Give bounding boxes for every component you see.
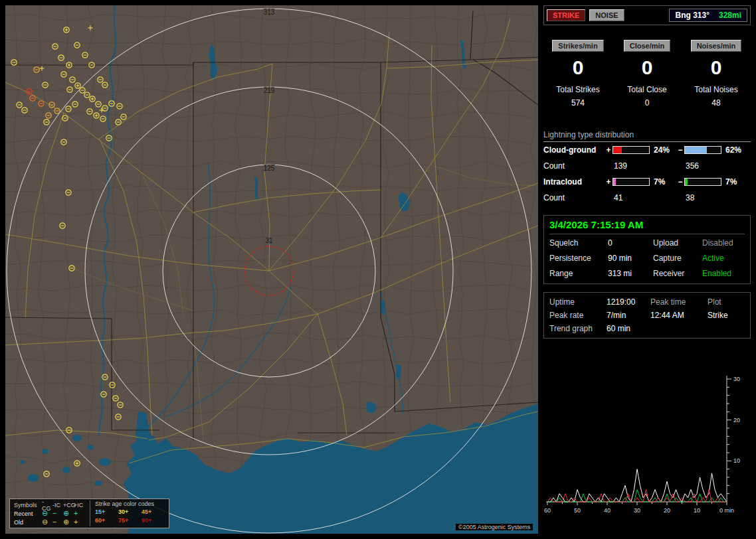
recent-pos-cg-symbol: ⊕ xyxy=(63,510,74,517)
distribution-title: Lightning type distribution xyxy=(543,130,751,142)
cg-neg-gauge xyxy=(684,146,721,154)
ic-neg-count: 38 xyxy=(674,193,745,202)
legend-row-label: Recent xyxy=(14,510,42,517)
uptime-value: 1219:00 xyxy=(607,297,650,307)
status-row: Squelch 0 Upload Disabled xyxy=(549,236,745,250)
recent-neg-cg-symbol: ⊖ xyxy=(42,510,52,517)
svg-text:20: 20 xyxy=(664,507,670,514)
status-box: 3/4/2026 7:15:19 AM Squelch 0 Upload Dis… xyxy=(543,215,751,284)
totals-row: Total Strikes 574 Total Close 0 Total No… xyxy=(543,85,751,108)
minus-sign: − xyxy=(676,177,684,187)
recent-pos-ic-symbol: + xyxy=(74,510,84,517)
age-code-60: 60+ xyxy=(95,517,118,524)
svg-text:10: 10 xyxy=(694,507,700,514)
svg-text:30: 30 xyxy=(733,376,740,382)
legend-row-label: Old xyxy=(14,519,42,526)
legend-header-symbols: Symbols xyxy=(14,502,42,508)
status-row: Persistence 90 min Capture Active xyxy=(549,251,745,265)
total-noises-value: 48 xyxy=(682,98,751,108)
rate-counters: Strikes/min 0 Close/min 0 Noises/min 0 xyxy=(543,40,751,78)
radar-map-svg: 313 219 125 31 xyxy=(5,5,538,534)
ic-pos-percent: 7% xyxy=(651,177,676,187)
old-pos-cg-symbol: ⊕ xyxy=(63,518,74,526)
squelch-value: 0 xyxy=(608,238,653,248)
receiver-label: Receiver xyxy=(653,269,702,278)
peak-rate-label: Peak rate xyxy=(549,311,607,320)
svg-text:20: 20 xyxy=(733,417,740,424)
range-value: 313 mi xyxy=(608,269,653,278)
legend-age-codes: Strike age color codes 15+ 30+ 45+ 60+ 7… xyxy=(90,501,165,526)
total-strikes-value: 574 xyxy=(543,98,613,108)
age-code-75: 75+ xyxy=(118,517,142,524)
cg-pos-gauge xyxy=(613,146,650,154)
svg-text:60: 60 xyxy=(544,507,551,514)
status-row: Range 313 mi Receiver Enabled xyxy=(549,266,745,280)
ic-neg-percent: 7% xyxy=(723,177,745,187)
strikes-per-min-button[interactable]: Strikes/min xyxy=(552,40,603,52)
cg-pos-count: 139 xyxy=(605,161,674,171)
svg-text:10: 10 xyxy=(733,457,740,464)
noise-mode-button[interactable]: NOISE xyxy=(589,9,624,21)
receiver-value: Enabled xyxy=(702,269,751,278)
age-code-30: 30+ xyxy=(118,508,142,515)
strike-mode-button[interactable]: STRIKE xyxy=(547,9,585,21)
legend-header-pos-cg: +CG xyxy=(63,502,74,508)
ring-label-219: 219 xyxy=(264,87,275,94)
ring-label-125: 125 xyxy=(264,165,275,172)
old-neg-ic-symbol: − xyxy=(52,518,63,526)
mode-toolbar: STRIKE NOISE Bng 313°328mi xyxy=(543,5,751,25)
svg-text:0 min: 0 min xyxy=(719,507,734,514)
intracloud-row: Intracloud + 7% − 7% xyxy=(543,174,751,190)
old-pos-ic-symbol: + xyxy=(74,518,84,526)
ic-pos-gauge xyxy=(613,178,650,186)
map-view[interactable]: 313 219 125 31 Symbols -CG -IC +CG +IC R… xyxy=(5,5,538,534)
peak-time-value: 12:44 AM xyxy=(650,311,708,320)
age-code-15: 15+ xyxy=(95,508,118,515)
plot-value: Strike xyxy=(708,311,747,320)
uptime-label: Uptime xyxy=(549,297,607,307)
cloud-ground-count-row: Count 139 356 xyxy=(543,158,751,174)
datetime-display: 3/4/2026 7:15:19 AM xyxy=(549,219,745,234)
noises-per-min-button[interactable]: Noises/min xyxy=(691,40,742,52)
stats-row: Uptime 1219:00 Peak time Plot xyxy=(549,295,745,309)
capture-label: Capture xyxy=(653,254,702,263)
count-label: Count xyxy=(543,193,605,202)
intracloud-count-row: Count 41 38 xyxy=(543,190,751,206)
age-code-90: 90+ xyxy=(142,517,165,524)
peak-time-label: Peak time xyxy=(650,297,708,307)
bearing-value: Bng 313° xyxy=(675,11,709,20)
count-label: Count xyxy=(543,161,605,171)
svg-text:40: 40 xyxy=(604,507,611,514)
cg-pos-percent: 24% xyxy=(651,145,676,155)
stats-row: Peak rate 7/min 12:44 AM Strike xyxy=(549,309,745,322)
close-per-min-value: 0 xyxy=(613,57,682,78)
range-label: Range xyxy=(549,269,608,278)
cloud-ground-row: Cloud-ground + 24% − 62% xyxy=(543,142,751,158)
age-codes-title: Strike age color codes xyxy=(95,501,165,507)
peak-rate-value: 7/min xyxy=(607,311,650,320)
side-panel: STRIKE NOISE Bng 313°328mi Strikes/min 0… xyxy=(543,5,751,534)
intracloud-label: Intracloud xyxy=(543,177,605,187)
svg-text:50: 50 xyxy=(574,507,581,514)
cloud-ground-label: Cloud-ground xyxy=(543,145,605,155)
trend-graph: 1020306050403020100 min xyxy=(543,349,751,516)
copyright-text: ©2005 Astrogenic Systems xyxy=(456,524,533,530)
old-neg-cg-symbol: ⊖ xyxy=(42,518,52,526)
legend-symbols-table: Symbols -CG -IC +CG +IC Recent ⊖ − ⊕ + O… xyxy=(14,501,84,526)
stats-box: Uptime 1219:00 Peak time Plot Peak rate … xyxy=(543,292,751,339)
total-close-label: Total Close xyxy=(613,85,682,94)
ring-label-close: 31 xyxy=(265,237,273,244)
ic-neg-gauge xyxy=(684,178,721,186)
cg-neg-percent: 62% xyxy=(723,145,745,155)
ic-pos-count: 41 xyxy=(605,193,674,202)
plus-sign: + xyxy=(605,177,613,187)
minus-sign: − xyxy=(676,145,684,155)
squelch-label: Squelch xyxy=(549,238,608,248)
noises-per-min-value: 0 xyxy=(682,57,751,78)
stats-row: Trend graph 60 min xyxy=(549,322,745,335)
close-per-min-button[interactable]: Close/min xyxy=(624,40,671,52)
upload-label: Upload xyxy=(653,238,702,248)
persistence-value: 90 min xyxy=(608,254,653,263)
trend-graph-label: Trend graph xyxy=(549,324,607,333)
plot-label: Plot xyxy=(708,297,747,307)
